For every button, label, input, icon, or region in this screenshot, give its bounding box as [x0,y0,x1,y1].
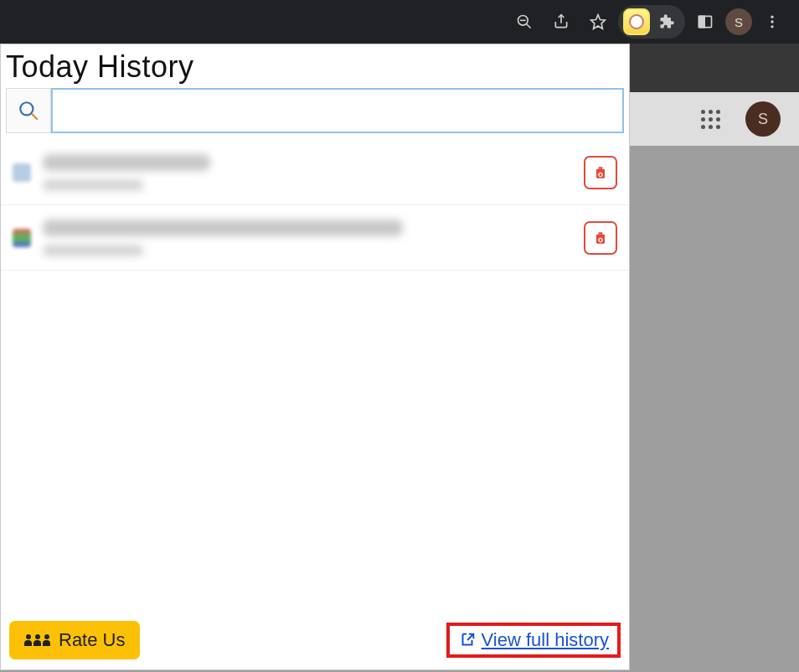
external-link-icon [458,631,477,649]
history-list [1,140,629,271]
profile-avatar[interactable]: S [725,8,752,35]
history-entry-subtitle [43,245,143,256]
history-item[interactable] [1,140,629,205]
share-icon[interactable] [544,5,578,39]
rate-us-label: Rate Us [59,629,125,651]
delete-button[interactable] [584,156,617,189]
extensions-puzzle-icon[interactable] [653,5,680,39]
svg-rect-13 [599,167,603,169]
side-panel-icon[interactable] [688,5,722,39]
svg-point-9 [771,25,773,28]
people-icon [24,634,50,646]
search-input[interactable] [51,88,624,133]
svg-marker-4 [591,15,606,29]
zoom-out-icon[interactable] [508,5,541,39]
svg-point-7 [771,16,773,18]
history-item[interactable] [1,205,629,271]
history-entry-subtitle [43,179,143,191]
svg-line-11 [32,114,38,120]
view-full-history-highlight: View full history [446,623,621,658]
avatar-initial: S [735,15,743,29]
svg-line-1 [527,24,531,28]
search-icon[interactable] [6,88,51,133]
kebab-menu-icon[interactable] [755,5,789,39]
favicon-icon [13,163,31,182]
trash-icon [592,230,609,246]
history-entry-title [43,154,210,171]
extension-group [618,5,685,39]
search-row [1,88,629,140]
svg-rect-6 [699,16,705,27]
popup-footer: Rate Us View full history [1,613,629,669]
trash-icon [592,164,609,181]
history-entry-text [43,154,572,191]
view-full-history-link[interactable]: View full history [482,629,609,651]
svg-rect-18 [599,232,603,235]
history-entry-title [43,220,403,236]
svg-point-8 [771,20,773,23]
favicon-icon [13,229,31,247]
page-profile-avatar[interactable]: S [745,101,781,137]
delete-button[interactable] [584,221,617,255]
history-popup: Today History [0,44,630,670]
history-entry-text [43,220,572,256]
popup-title: Today History [1,44,629,88]
browser-toolbar: S [0,0,799,44]
history-extension-icon[interactable] [623,8,650,35]
bookmark-star-icon[interactable] [581,5,615,39]
svg-point-10 [20,102,33,115]
page-avatar-initial: S [758,111,768,128]
apps-grid-icon[interactable] [700,109,720,129]
rate-us-button[interactable]: Rate Us [9,621,140,659]
